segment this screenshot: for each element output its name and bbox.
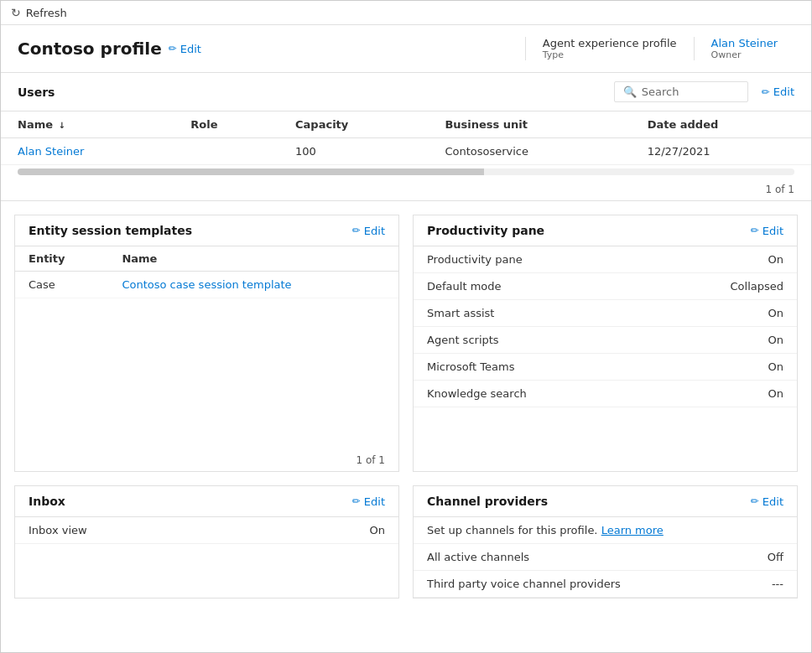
inbox-header: Inbox ✏ Edit	[15, 486, 398, 517]
pencil-icon-prod: ✏	[751, 225, 759, 236]
channel-providers-title: Channel providers	[427, 495, 548, 508]
productivity-pane-rows: Productivity pane On Default mode Collap…	[414, 246, 797, 407]
col-business-unit: Business unit	[428, 111, 630, 138]
entity-session-card: Entity session templates ✏ Edit Entity N…	[14, 215, 399, 472]
meta-owner-value: Alan Steiner	[711, 37, 778, 49]
refresh-label: Refresh	[26, 7, 67, 19]
user-capacity-cell: 100	[278, 138, 428, 165]
top-bar: ↻ Refresh	[1, 1, 811, 25]
sort-icon: ↓	[59, 121, 65, 130]
user-date-added-cell: 12/27/2021	[631, 138, 811, 165]
users-section-actions: 🔍 Search ✏ Edit	[614, 81, 794, 102]
col-entity: Entity	[15, 246, 108, 272]
table-row: Alan Steiner 100 Contososervice 12/27/20…	[1, 138, 811, 165]
horizontal-scrollbar[interactable]	[18, 168, 794, 175]
settings-row-4: Microsoft Teams On	[414, 354, 797, 381]
channel-providers-card: Channel providers ✏ Edit Set up channels…	[413, 485, 798, 599]
header-edit-button[interactable]: ✏ Edit	[169, 43, 201, 55]
page-title: Contoso profile	[18, 39, 162, 59]
user-business-unit-cell: Contososervice	[428, 138, 630, 165]
inbox-title: Inbox	[29, 495, 65, 508]
productivity-pane-title: Productivity pane	[427, 224, 544, 237]
channel-providers-header: Channel providers ✏ Edit	[414, 486, 797, 517]
meta-owner: Alan Steiner Owner	[694, 37, 794, 60]
header-section: Contoso profile ✏ Edit Agent experience …	[1, 25, 811, 73]
channel-row-0: All active channels Off	[414, 544, 797, 571]
pencil-icon: ✏	[169, 43, 177, 54]
table-row: Case Contoso case session template	[15, 272, 398, 298]
channel-row-1: Third party voice channel providers ---	[414, 571, 797, 598]
entity-session-edit-label: Edit	[364, 225, 385, 237]
productivity-pane-edit-label: Edit	[763, 225, 783, 237]
refresh-icon: ↻	[11, 6, 21, 19]
productivity-pane-card: Productivity pane ✏ Edit Productivity pa…	[413, 215, 798, 472]
inbox-row-0: Inbox view On	[15, 517, 398, 544]
settings-row-3: Agent scripts On	[414, 327, 797, 354]
col-name: Name	[108, 246, 398, 272]
users-table: Name ↓ Role Capacity Business unit Date …	[1, 111, 811, 165]
users-section: Users 🔍 Search ✏ Edit Name ↓ Role Capaci…	[1, 73, 811, 201]
pencil-icon-inbox: ✏	[352, 495, 361, 507]
users-edit-label: Edit	[773, 86, 794, 98]
entity-session-header-row: Entity Name	[15, 246, 398, 272]
entity-name-cell[interactable]: Contoso case session template	[108, 272, 398, 298]
channel-providers-edit-button[interactable]: ✏ Edit	[751, 495, 783, 508]
pencil-icon-users: ✏	[762, 86, 770, 98]
col-date-added: Date added	[631, 111, 811, 138]
settings-row-5: Knowledge search On	[414, 381, 797, 407]
meta-owner-label: Owner	[711, 49, 778, 60]
col-capacity: Capacity	[278, 111, 428, 138]
users-edit-button[interactable]: ✏ Edit	[762, 86, 794, 98]
entity-session-empty-space	[15, 298, 398, 449]
entity-session-pagination: 1 of 1	[15, 449, 398, 471]
settings-row-0: Productivity pane On	[414, 246, 797, 273]
users-section-title: Users	[18, 86, 55, 99]
two-col-section: Entity session templates ✏ Edit Entity N…	[1, 201, 811, 612]
channel-providers-description: Set up channels for this profile. Learn …	[414, 517, 797, 544]
users-pagination: 1 of 1	[1, 179, 811, 200]
pencil-icon-entity: ✏	[352, 225, 361, 236]
user-name-cell[interactable]: Alan Steiner	[1, 138, 174, 165]
entity-cell: Case	[15, 272, 108, 298]
channel-providers-edit-label: Edit	[763, 495, 783, 508]
users-search-box[interactable]: 🔍 Search	[614, 81, 748, 102]
learn-more-link[interactable]: Learn more	[601, 524, 664, 536]
inbox-edit-label: Edit	[364, 495, 385, 508]
settings-row-2: Smart assist On	[414, 300, 797, 327]
col-name: Name ↓	[1, 111, 174, 138]
users-search-label: Search	[642, 86, 679, 98]
user-role-cell	[174, 138, 278, 165]
pencil-icon-channel: ✏	[751, 495, 759, 507]
users-section-header: Users 🔍 Search ✏ Edit	[1, 73, 811, 111]
entity-session-edit-button[interactable]: ✏ Edit	[352, 225, 385, 237]
meta-type-value: Agent experience profile	[543, 37, 677, 49]
productivity-pane-header: Productivity pane ✏ Edit	[414, 215, 797, 246]
productivity-pane-edit-button[interactable]: ✏ Edit	[751, 225, 783, 237]
settings-row-1: Default mode Collapsed	[414, 273, 797, 300]
entity-session-header: Entity session templates ✏ Edit	[15, 215, 398, 246]
header-edit-label: Edit	[180, 43, 201, 55]
meta-type: Agent experience profile Type	[525, 37, 694, 60]
refresh-button[interactable]: ↻ Refresh	[11, 6, 67, 19]
meta-type-label: Type	[543, 49, 677, 60]
entity-session-title: Entity session templates	[29, 224, 192, 237]
inbox-card: Inbox ✏ Edit Inbox view On	[14, 485, 399, 599]
users-table-header-row: Name ↓ Role Capacity Business unit Date …	[1, 111, 811, 138]
header-meta: Agent experience profile Type Alan Stein…	[525, 37, 794, 60]
entity-session-table: Entity Name Case Contoso case session te…	[15, 246, 398, 298]
inbox-edit-button[interactable]: ✏ Edit	[352, 495, 385, 508]
search-icon: 🔍	[623, 86, 637, 98]
header-left: Contoso profile ✏ Edit	[18, 37, 201, 60]
col-role: Role	[174, 111, 278, 138]
